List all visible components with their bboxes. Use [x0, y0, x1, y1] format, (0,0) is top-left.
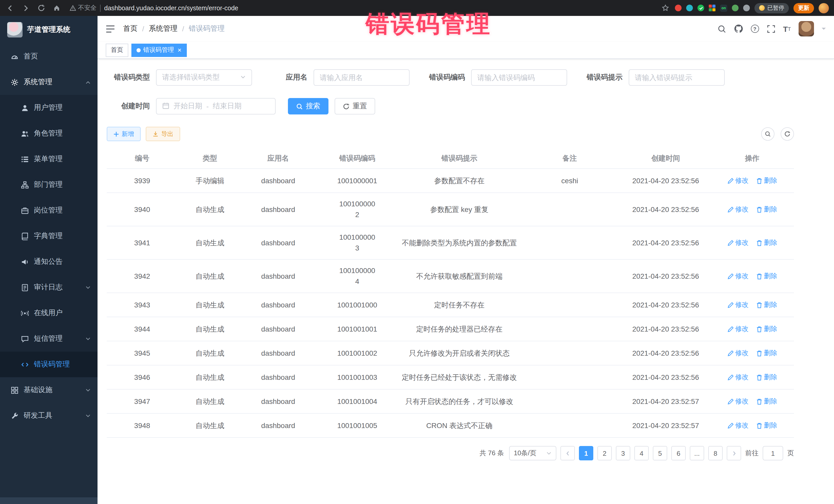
url-bar[interactable]: 不安全 dashboard.yudao.iocoder.cn/system/er… — [70, 4, 655, 12]
font-size-icon[interactable]: TT — [783, 24, 791, 33]
reset-icon — [343, 103, 350, 110]
home-browser-icon[interactable] — [51, 3, 62, 13]
app-name-input[interactable] — [313, 69, 410, 86]
forward-icon[interactable] — [21, 3, 31, 13]
prev-page-button[interactable] — [561, 446, 575, 460]
refresh-button[interactable] — [781, 127, 794, 140]
hint-input[interactable] — [629, 69, 725, 86]
sidebar-item-roles[interactable]: 角色管理 — [0, 120, 97, 146]
ext-puzzle-icon[interactable] — [743, 5, 750, 11]
error-type-label: 错误码类型 — [107, 73, 150, 82]
fullscreen-icon[interactable] — [767, 24, 775, 33]
help-icon[interactable]: ? — [751, 25, 759, 33]
bookmark-star-icon[interactable] — [660, 3, 670, 13]
ext-proxy-icon[interactable]: on — [720, 4, 727, 12]
page-size-select[interactable]: 10条/页 — [509, 446, 556, 460]
code-input[interactable] — [471, 69, 567, 86]
page-button-3[interactable]: 3 — [616, 446, 630, 460]
browser-profile-avatar[interactable] — [819, 3, 829, 13]
sidebar-item-online-users[interactable]: 在线用户 — [0, 300, 97, 326]
back-icon[interactable] — [5, 3, 15, 13]
sidebar-item-users[interactable]: 用户管理 — [0, 95, 97, 120]
close-icon[interactable]: × — [178, 47, 181, 53]
page-button-2[interactable]: 2 — [597, 446, 612, 460]
edit-link[interactable]: 修改 — [727, 421, 749, 431]
sidebar-collapse-bar[interactable] — [0, 497, 97, 504]
tab-home[interactable]: 首页 — [106, 43, 128, 57]
delete-link[interactable]: 删除 — [756, 271, 777, 281]
delete-link[interactable]: 删除 — [756, 176, 777, 186]
export-button[interactable]: 导出 — [146, 127, 180, 141]
sidebar-item-posts[interactable]: 岗位管理 — [0, 198, 97, 223]
sidebar-item-system[interactable]: 系统管理 — [0, 69, 97, 95]
reload-icon[interactable] — [36, 3, 46, 13]
security-warning[interactable]: 不安全 — [70, 4, 96, 12]
sidebar-item-infrastructure[interactable]: 基础设施 — [0, 377, 97, 403]
breadcrumb-item[interactable]: 系统管理 — [149, 24, 178, 34]
edit-link[interactable]: 修改 — [727, 372, 749, 382]
edit-link[interactable]: 修改 — [727, 300, 749, 310]
user-avatar[interactable] — [798, 21, 814, 37]
edit-link[interactable]: 修改 — [727, 348, 749, 358]
page-button-1[interactable]: 1 — [579, 446, 593, 460]
sidebar-item-error-codes[interactable]: 错误码管理 — [0, 352, 97, 377]
sidebar-item-audit-logs[interactable]: 审计日志 — [0, 275, 97, 300]
code-icon — [21, 360, 29, 368]
sidebar-item-menus[interactable]: 菜单管理 — [0, 146, 97, 172]
goto-page-input[interactable] — [763, 446, 783, 460]
toggle-search-button[interactable] — [761, 127, 774, 140]
edit-link[interactable]: 修改 — [727, 238, 749, 248]
page-button-8[interactable]: 8 — [708, 446, 723, 460]
cell-app: dashboard — [242, 204, 314, 215]
sidebar-item-notices[interactable]: 通知公告 — [0, 249, 97, 275]
edit-link[interactable]: 修改 — [727, 324, 749, 334]
sidebar-logo[interactable]: 芋道管理系统 — [0, 16, 97, 44]
add-button[interactable]: 新增 — [107, 127, 140, 141]
delete-link[interactable]: 删除 — [756, 300, 777, 310]
edit-link[interactable]: 修改 — [727, 204, 749, 215]
date-range-picker[interactable]: 开始日期 - 结束日期 — [156, 98, 276, 114]
page-button-6[interactable]: 6 — [671, 446, 686, 460]
edit-link[interactable]: 修改 — [727, 396, 749, 407]
github-icon[interactable] — [734, 24, 743, 34]
sidebar-item-depts[interactable]: 部门管理 — [0, 172, 97, 198]
paused-badge[interactable]: 已暂停 — [754, 3, 789, 13]
update-button[interactable]: 更新 — [793, 3, 814, 13]
sidebar-item-dicts[interactable]: 字典管理 — [0, 223, 97, 249]
delete-link[interactable]: 删除 — [756, 372, 777, 382]
ext-teal-icon[interactable] — [686, 5, 693, 11]
reset-button[interactable]: 重置 — [335, 98, 375, 114]
cell-time: 2021-04-20 23:52:56 — [621, 300, 710, 310]
sidebar-item-home[interactable]: 首页 — [0, 44, 97, 69]
breadcrumb-item[interactable]: 首页 — [123, 24, 137, 34]
sidebar-item-sms[interactable]: 短信管理 — [0, 326, 97, 352]
delete-link[interactable]: 删除 — [756, 238, 777, 248]
ext-grid-icon[interactable] — [709, 5, 716, 11]
caret-down-icon[interactable] — [822, 28, 826, 32]
delete-link[interactable]: 删除 — [756, 421, 777, 431]
hamburger-icon[interactable] — [106, 25, 115, 32]
tab-error-code[interactable]: 错误码管理 × — [131, 43, 186, 57]
search-button[interactable]: 搜索 — [288, 98, 328, 114]
ext-check-icon[interactable] — [698, 5, 704, 11]
edit-link[interactable]: 修改 — [727, 271, 749, 281]
download-icon — [152, 131, 159, 137]
page-button-5[interactable]: 5 — [653, 446, 667, 460]
error-type-select[interactable]: 请选择错误码类型 — [156, 69, 252, 86]
search-icon[interactable] — [717, 24, 726, 33]
delete-link[interactable]: 删除 — [756, 204, 777, 215]
delete-link[interactable]: 删除 — [756, 396, 777, 407]
update-button-label: 更新 — [798, 4, 809, 12]
edit-link[interactable]: 修改 — [727, 176, 749, 186]
url-text[interactable]: dashboard.yudao.iocoder.cn/system/error-… — [104, 4, 238, 12]
delete-link[interactable]: 删除 — [756, 348, 777, 358]
page-button-4[interactable]: 4 — [634, 446, 649, 460]
ext-red-icon[interactable] — [675, 5, 682, 11]
next-page-button[interactable] — [727, 446, 741, 460]
browser-extensions: on 已暂停 更新 — [660, 3, 829, 13]
user-icon — [21, 104, 29, 112]
ext-green-icon[interactable] — [732, 5, 739, 11]
delete-link[interactable]: 删除 — [756, 324, 777, 334]
sidebar-item-dev-tools[interactable]: 研发工具 — [0, 403, 97, 429]
cell-type: 自动生成 — [178, 372, 242, 382]
